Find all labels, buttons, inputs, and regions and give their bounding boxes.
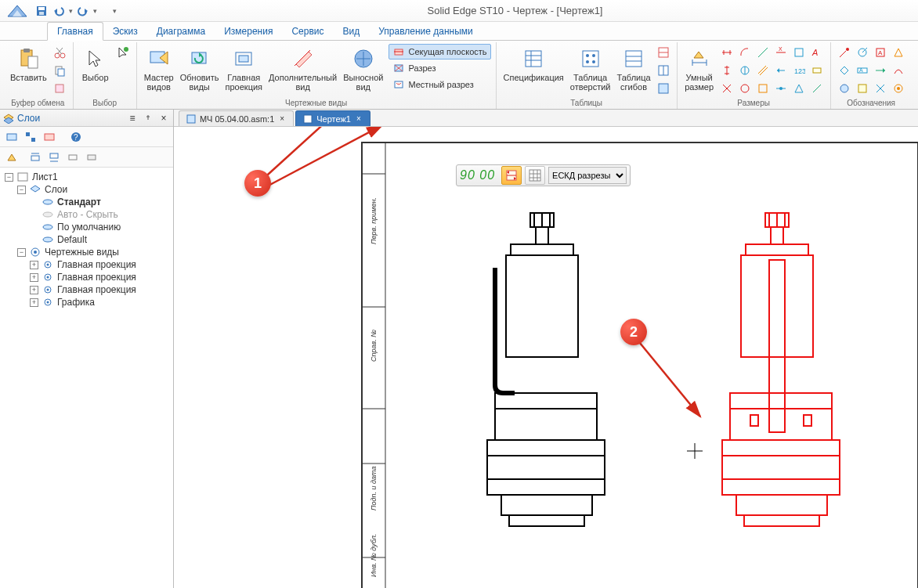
tree-sheet[interactable]: −Лист1: [0, 171, 173, 183]
dim-btn-16[interactable]: [772, 80, 790, 97]
section-standard-dropdown[interactable]: ЕСКД разрезы: [548, 167, 627, 184]
tab-view[interactable]: Вид: [334, 23, 370, 40]
dim-btn-12[interactable]: [808, 62, 826, 79]
main-projection-button[interactable]: Главная проекция: [223, 44, 266, 94]
layer-tool-1[interactable]: [3, 128, 20, 146]
close-tab-icon[interactable]: ×: [354, 114, 363, 124]
tree-drawing-views[interactable]: −Чертежные виды: [0, 246, 173, 258]
tree-graphics[interactable]: +Графика: [0, 296, 173, 308]
panel-menu-icon[interactable]: ≡: [126, 112, 139, 124]
tree-proj-1[interactable]: +Главная проекция: [0, 258, 173, 271]
annot-btn-9[interactable]: [836, 80, 853, 97]
section-mode-2[interactable]: [525, 166, 545, 185]
dim-btn-1[interactable]: [718, 44, 735, 61]
dim-btn-7[interactable]: [718, 62, 735, 79]
select-button[interactable]: Выбор: [78, 44, 113, 85]
section-mode-1[interactable]: [501, 166, 522, 185]
undo-dropdown[interactable]: ▾: [69, 7, 73, 15]
copy-button[interactable]: [51, 62, 68, 79]
annot-btn-1[interactable]: [836, 44, 853, 61]
svg-rect-155: [771, 227, 783, 244]
dim-btn-18[interactable]: [808, 80, 826, 97]
tab-home[interactable]: Главная: [47, 22, 103, 41]
redo-button[interactable]: [76, 4, 90, 18]
holes-table-button[interactable]: Таблица отверстий: [568, 44, 613, 94]
annot-btn-10[interactable]: [854, 80, 871, 97]
annot-btn-8[interactable]: [890, 62, 907, 79]
view-edit-toolbar[interactable]: 90 00 ЕСКД разрезы: [456, 164, 631, 186]
annot-btn-2[interactable]: [854, 44, 871, 61]
dim-btn-2[interactable]: [736, 44, 754, 61]
table-extra3[interactable]: [655, 80, 672, 97]
annot-btn-7[interactable]: [872, 62, 889, 79]
layer-tool-8[interactable]: [83, 149, 100, 166]
dim-btn-14[interactable]: [736, 80, 754, 97]
update-views-button[interactable]: Обновить виды: [178, 44, 222, 94]
dim-btn-3[interactable]: [754, 44, 772, 61]
layer-help-icon[interactable]: ?: [67, 128, 85, 146]
layer-tool-2[interactable]: [22, 128, 39, 146]
tree-standard[interactable]: Стандарт: [0, 196, 173, 208]
drawing-canvas[interactable]: Перв. примен. Справ. № Подп. и дата Инв.…: [174, 127, 918, 588]
dim-btn-5[interactable]: [790, 44, 808, 61]
paste-button[interactable]: Вставить: [8, 44, 49, 85]
cutting-plane-button[interactable]: Секущая плоскость: [389, 44, 490, 60]
panel-pin-icon[interactable]: [142, 112, 154, 124]
panel-close-icon[interactable]: ×: [157, 112, 170, 124]
tab-sketch[interactable]: Эскиз: [103, 23, 147, 40]
tree-proj-2[interactable]: +Главная проекция: [0, 271, 173, 283]
spec-button[interactable]: Спецификация: [501, 44, 566, 85]
clipboard-extra-button[interactable]: [51, 80, 68, 97]
tree-default-ru[interactable]: По умолчанию: [0, 221, 173, 233]
tab-diagram[interactable]: Диаграмма: [147, 23, 215, 40]
local-section-button[interactable]: Местный разрез: [389, 77, 490, 92]
layer-tool-5[interactable]: [27, 149, 44, 166]
dim-btn-15[interactable]: [754, 80, 772, 97]
select-opt-icon[interactable]: [114, 44, 132, 61]
save-button[interactable]: [34, 4, 49, 18]
view-wizard-button[interactable]: Мастер видов: [142, 44, 176, 94]
aux-view-button[interactable]: Дополнительный вид: [266, 44, 339, 94]
doc-tab-asm[interactable]: МЧ 05.04.00.asm:1 ×: [179, 110, 294, 126]
layer-tool-3[interactable]: [41, 128, 58, 146]
dim-btn-13[interactable]: [718, 80, 735, 97]
layer-tool-6[interactable]: [45, 149, 63, 166]
tab-data[interactable]: Управление данными: [369, 23, 482, 40]
tab-service[interactable]: Сервис: [282, 23, 333, 40]
annot-btn-3[interactable]: A: [872, 44, 889, 61]
layer-tool-7[interactable]: [64, 149, 81, 166]
bends-icon: [621, 46, 646, 71]
bends-table-button[interactable]: Таблица сгибов: [615, 44, 653, 94]
annot-btn-12[interactable]: [890, 80, 907, 97]
dim-btn-17[interactable]: [790, 80, 808, 97]
annot-btn-5[interactable]: [836, 62, 853, 79]
smart-dim-button[interactable]: Умный размер: [682, 44, 717, 94]
table-extra2[interactable]: [655, 62, 672, 79]
annot-btn-4[interactable]: [890, 44, 907, 61]
table-extra1[interactable]: [655, 44, 672, 61]
redo-dropdown[interactable]: ▾: [93, 7, 97, 15]
cut-button[interactable]: [51, 44, 68, 61]
svg-marker-17: [89, 51, 100, 67]
dim-btn-6[interactable]: A: [808, 44, 826, 61]
layer-tool-4[interactable]: [3, 149, 20, 166]
svg-rect-124: [187, 115, 195, 123]
svg-rect-158: [769, 260, 785, 432]
dim-btn-9[interactable]: [754, 62, 772, 79]
annot-btn-11[interactable]: [872, 80, 889, 97]
tree-default-en[interactable]: Default: [0, 233, 173, 246]
dim-btn-4[interactable]: X: [772, 44, 790, 61]
close-tab-icon[interactable]: ×: [277, 114, 287, 124]
detail-view-button[interactable]: Выносной вид: [341, 44, 385, 94]
tree-proj-3[interactable]: +Главная проекция: [0, 283, 173, 296]
annot-btn-6[interactable]: A: [854, 62, 871, 79]
undo-button[interactable]: [52, 4, 66, 18]
dim-btn-10[interactable]: [772, 62, 790, 79]
tree-layers[interactable]: −Слои: [0, 183, 173, 196]
tree-autohide[interactable]: Авто - Скрыть: [0, 208, 173, 221]
dim-btn-8[interactable]: [736, 62, 754, 79]
section-button[interactable]: Разрез: [389, 60, 490, 76]
dim-btn-11[interactable]: 123: [790, 62, 808, 79]
doc-tab-draft[interactable]: Чертеж1 ×: [295, 110, 370, 126]
tab-measure[interactable]: Измерения: [215, 23, 282, 40]
